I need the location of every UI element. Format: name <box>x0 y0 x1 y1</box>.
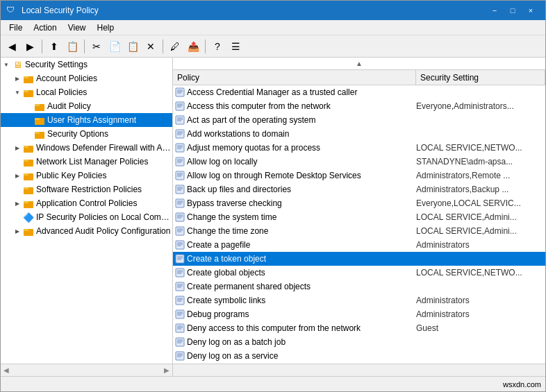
sidebar-item-network-list[interactable]: Network List Manager Policies <box>1 155 172 169</box>
tree-toggle[interactable]: ▶ <box>12 73 23 84</box>
sidebar[interactable]: ▼🖥Security Settings▶Account Policies▼Loc… <box>1 58 173 364</box>
row-policy-icon <box>173 309 187 319</box>
col-header-policy[interactable]: Policy <box>173 70 416 85</box>
tree-item-label: Public Key Policies <box>36 171 106 180</box>
tree-item-label: Account Policies <box>36 74 97 83</box>
help-button[interactable]: ? <box>209 38 226 55</box>
tree-folder-icon <box>23 170 34 181</box>
table-row[interactable]: Adjust memory quotas for a processLOCAL … <box>173 141 545 155</box>
paste-button[interactable]: 📋 <box>124 38 141 55</box>
sidebar-item-advanced-audit[interactable]: ▶Advanced Audit Policy Configuration <box>1 224 172 238</box>
table-row[interactable]: Change the system timeLOCAL SERVICE,Admi… <box>173 210 545 224</box>
maximize-button[interactable]: □ <box>504 3 522 17</box>
tree-toggle[interactable]: ▼ <box>12 87 23 98</box>
sidebar-item-ip-security[interactable]: 🔷IP Security Policies on Local Compute..… <box>1 210 172 224</box>
sidebar-item-app-control[interactable]: ▶Application Control Policies <box>1 196 172 210</box>
copy-button[interactable]: 📄 <box>106 38 123 55</box>
table-row[interactable]: Change the time zoneLOCAL SERVICE,Admini… <box>173 224 545 238</box>
svg-rect-78 <box>176 282 184 291</box>
tree-item-label: Software Restriction Policies <box>36 185 142 194</box>
table-row[interactable]: Allow log on through Remote Desktop Serv… <box>173 169 545 182</box>
row-policy-icon <box>173 143 187 153</box>
row-policy-icon <box>173 157 187 167</box>
tree-folder-icon <box>23 184 34 195</box>
row-policy-name: Back up files and directories <box>187 185 416 194</box>
menu-file[interactable]: File <box>3 22 28 34</box>
horizontal-scrollbar[interactable]: ◀ ▶ <box>1 364 545 376</box>
menu-view[interactable]: View <box>63 22 92 34</box>
table-row[interactable]: Allow log on locallySTANADYNE\adm-apsa..… <box>173 155 545 169</box>
table-row[interactable]: Back up files and directoriesAdministrat… <box>173 182 545 196</box>
table-row[interactable]: Deny log on as a batch job <box>173 335 545 349</box>
sidebar-item-public-key[interactable]: ▶Public Key Policies <box>1 169 172 182</box>
sidebar-item-account-policies[interactable]: ▶Account Policies <box>1 71 172 85</box>
content-pane: ▲ Policy Security Setting Access Credent… <box>173 58 545 364</box>
tree-toggle[interactable]: ▶ <box>12 225 23 237</box>
tree-folder-icon <box>23 142 34 153</box>
row-policy-icon <box>173 323 187 333</box>
sidebar-item-audit-policy[interactable]: Audit Policy <box>1 99 172 113</box>
row-policy-icon <box>173 171 187 180</box>
table-row[interactable]: Bypass traverse checkingEveryone,LOCAL S… <box>173 196 545 210</box>
table-row[interactable]: Deny log on as a service <box>173 349 545 363</box>
sidebar-item-security-options[interactable]: Security Options <box>1 127 172 141</box>
close-button[interactable]: × <box>522 3 540 17</box>
table-row[interactable]: Create permanent shared objects <box>173 280 545 293</box>
svg-rect-82 <box>176 296 184 305</box>
properties-button[interactable]: 🖊 <box>167 38 183 55</box>
menu-action[interactable]: Action <box>28 22 62 34</box>
table-row[interactable]: Create a pagefileAdministrators <box>173 238 545 252</box>
tree-item-label: Windows Defender Firewall with Adva... <box>36 143 172 153</box>
sidebar-item-local-policies[interactable]: ▼Local Policies <box>1 85 172 99</box>
export-button[interactable]: 📤 <box>185 38 201 55</box>
forward-button[interactable]: ▶ <box>22 38 38 55</box>
delete-button[interactable]: ✕ <box>142 38 159 55</box>
tree-item-label: Network List Manager Policies <box>36 157 148 167</box>
sidebar-item-software-restriction[interactable]: Software Restriction Policies <box>1 182 172 196</box>
tree-item-label: Security Settings <box>25 60 88 69</box>
up-button[interactable]: ⬆ <box>46 38 63 55</box>
menu-help[interactable]: Help <box>92 22 120 34</box>
row-policy-name: Create symbolic links <box>187 296 416 305</box>
table-row[interactable]: Create global objectsLOCAL SERVICE,NETWO… <box>173 266 545 280</box>
show-hide-button[interactable]: 📋 <box>64 38 81 55</box>
back-button[interactable]: ◀ <box>3 38 20 55</box>
row-policy-name: Bypass traverse checking <box>187 198 416 208</box>
svg-rect-42 <box>176 157 184 166</box>
tree-item-label: Security Options <box>47 129 108 139</box>
svg-rect-90 <box>176 324 184 332</box>
table-row[interactable]: Act as part of the operating system <box>173 113 545 127</box>
svg-rect-5 <box>35 104 40 106</box>
row-policy-name: Add workstations to domain <box>187 129 416 139</box>
tree-folder-icon <box>23 87 34 98</box>
row-security-setting: Guest <box>416 323 545 333</box>
tree-toggle[interactable]: ▶ <box>12 198 23 209</box>
table-row[interactable]: Access Credential Manager as a trusted c… <box>173 85 545 99</box>
table-row[interactable]: Create a token object <box>173 252 545 266</box>
list-body[interactable]: Access Credential Manager as a trusted c… <box>173 85 545 364</box>
table-row[interactable]: Create symbolic linksAdministrators <box>173 293 545 307</box>
svg-rect-26 <box>176 102 184 110</box>
svg-rect-50 <box>176 185 184 194</box>
tree-toggle[interactable]: ▶ <box>12 142 23 153</box>
table-row[interactable]: Debug programsAdministrators <box>173 307 545 321</box>
row-policy-icon <box>173 268 187 278</box>
svg-rect-46 <box>176 171 184 180</box>
svg-rect-9 <box>35 132 40 134</box>
sidebar-item-windows-firewall[interactable]: ▶Windows Defender Firewall with Adva... <box>1 141 172 155</box>
tree-toggle[interactable]: ▼ <box>1 59 12 70</box>
table-row[interactable]: Access this computer from the networkEve… <box>173 99 545 113</box>
col-header-setting[interactable]: Security Setting <box>416 70 545 85</box>
table-row[interactable]: Deny access to this computer from the ne… <box>173 321 545 335</box>
table-row[interactable]: Add workstations to domain <box>173 127 545 141</box>
svg-rect-66 <box>176 241 184 249</box>
row-security-setting: Administrators,Backup ... <box>416 185 545 194</box>
tree-toggle[interactable]: ▶ <box>12 170 23 181</box>
sidebar-item-security-settings[interactable]: ▼🖥Security Settings <box>1 58 172 71</box>
view-button[interactable]: ☰ <box>227 38 244 55</box>
sidebar-item-user-rights[interactable]: User Rights Assignment <box>1 113 172 127</box>
row-policy-icon <box>173 226 187 236</box>
cut-button[interactable]: ✂ <box>88 38 105 55</box>
svg-rect-94 <box>176 338 184 346</box>
minimize-button[interactable]: − <box>486 3 504 17</box>
